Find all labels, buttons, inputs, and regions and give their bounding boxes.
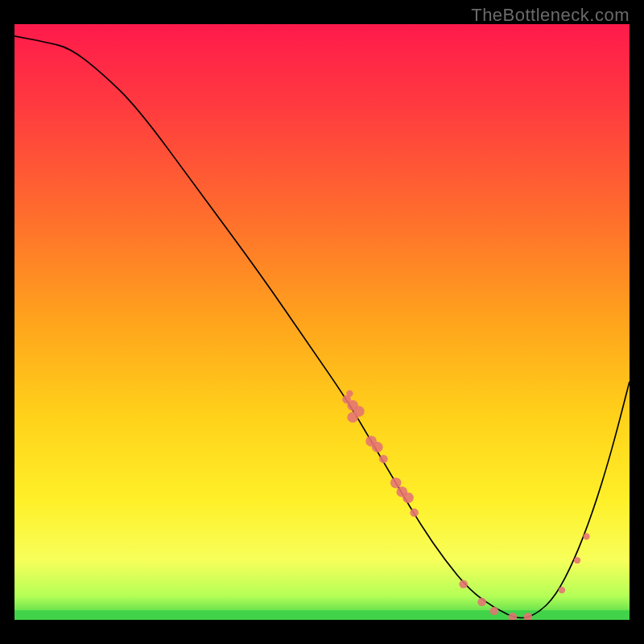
bottleneck-chart — [14, 24, 630, 620]
chart-frame: TheBottleneck.com — [0, 0, 644, 644]
data-point — [372, 442, 383, 452]
data-point — [477, 598, 486, 606]
data-point — [574, 557, 580, 564]
plot-area — [14, 24, 630, 620]
data-point — [390, 477, 402, 488]
data-point — [459, 580, 468, 588]
data-point — [347, 412, 358, 423]
data-point — [402, 493, 414, 503]
data-point — [559, 587, 565, 593]
data-point — [346, 390, 353, 397]
heat-gradient-bg — [14, 24, 630, 620]
data-point — [410, 509, 419, 517]
data-point — [379, 455, 388, 463]
data-point — [490, 607, 499, 615]
data-point — [583, 533, 589, 539]
watermark: TheBottleneck.com — [471, 5, 630, 26]
